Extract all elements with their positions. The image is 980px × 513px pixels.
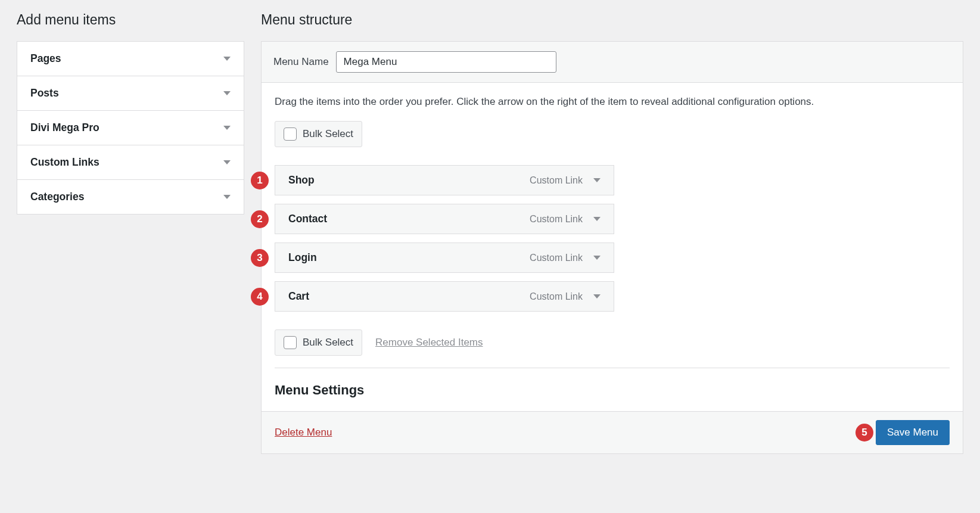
caret-down-icon <box>223 126 231 130</box>
menu-name-input[interactable] <box>336 51 556 73</box>
menu-item-type: Custom Link <box>530 291 583 302</box>
accordion-label: Divi Mega Pro <box>30 122 99 134</box>
bulk-select-checkbox[interactable] <box>284 128 297 141</box>
menu-items-list: 1 Shop Custom Link 2 Contact <box>275 165 950 312</box>
menu-structure-panel: Menu Name Drag the items into the order … <box>261 41 963 454</box>
caret-down-icon <box>223 57 231 61</box>
caret-down-icon[interactable] <box>593 294 601 299</box>
menu-item-title: Login <box>288 251 317 264</box>
caret-down-icon[interactable] <box>593 256 601 260</box>
annotation-badge-1: 1 <box>251 172 269 189</box>
accordion-posts[interactable]: Posts <box>17 76 244 111</box>
menu-item-title: Shop <box>288 174 315 186</box>
bulk-select-label: Bulk Select <box>303 128 353 140</box>
annotation-badge-2: 2 <box>251 210 269 228</box>
panel-footer: Delete Menu 5 Save Menu <box>262 411 963 453</box>
menu-item-contact[interactable]: Contact Custom Link <box>275 204 614 234</box>
accordion-pages[interactable]: Pages <box>17 42 244 76</box>
accordion-divi-mega-pro[interactable]: Divi Mega Pro <box>17 111 244 145</box>
accordion-label: Posts <box>30 87 59 100</box>
bulk-select-top[interactable]: Bulk Select <box>275 121 362 147</box>
annotation-badge-4: 4 <box>251 288 269 306</box>
menu-name-label: Menu Name <box>273 56 329 68</box>
caret-down-icon <box>223 160 231 164</box>
menu-item-login[interactable]: Login Custom Link <box>275 242 614 273</box>
accordion-label: Custom Links <box>30 156 99 169</box>
menu-item-title: Cart <box>288 290 309 303</box>
save-menu-button[interactable]: Save Menu <box>876 420 950 445</box>
add-menu-items-heading: Add menu items <box>17 12 244 28</box>
caret-down-icon <box>223 195 231 199</box>
caret-down-icon <box>223 91 231 95</box>
menu-item-type: Custom Link <box>530 175 583 186</box>
accordion-label: Pages <box>30 52 61 65</box>
instructions-text: Drag the items into the order you prefer… <box>275 96 950 108</box>
annotation-badge-5: 5 <box>855 424 873 442</box>
divider <box>275 368 950 368</box>
remove-selected-link: Remove Selected Items <box>375 337 483 349</box>
menu-item-title: Contact <box>288 213 327 225</box>
menu-item-shop[interactable]: Shop Custom Link <box>275 165 614 195</box>
source-accordion: Pages Posts Divi Mega Pro Custom Links C… <box>17 41 244 214</box>
bulk-select-label: Bulk Select <box>303 337 353 349</box>
menu-item-cart[interactable]: Cart Custom Link <box>275 281 614 312</box>
accordion-label: Categories <box>30 191 84 203</box>
menu-item-type: Custom Link <box>530 253 583 263</box>
delete-menu-link[interactable]: Delete Menu <box>275 427 332 439</box>
accordion-categories[interactable]: Categories <box>17 180 244 214</box>
caret-down-icon[interactable] <box>593 178 601 182</box>
panel-header: Menu Name <box>262 42 963 83</box>
menu-structure-heading: Menu structure <box>261 12 963 28</box>
menu-item-type: Custom Link <box>530 214 583 225</box>
caret-down-icon[interactable] <box>593 217 601 221</box>
bulk-select-checkbox[interactable] <box>284 336 297 349</box>
accordion-custom-links[interactable]: Custom Links <box>17 145 244 180</box>
menu-settings-heading: Menu Settings <box>275 383 950 398</box>
bulk-select-bottom[interactable]: Bulk Select <box>275 329 362 356</box>
annotation-badge-3: 3 <box>251 249 269 267</box>
